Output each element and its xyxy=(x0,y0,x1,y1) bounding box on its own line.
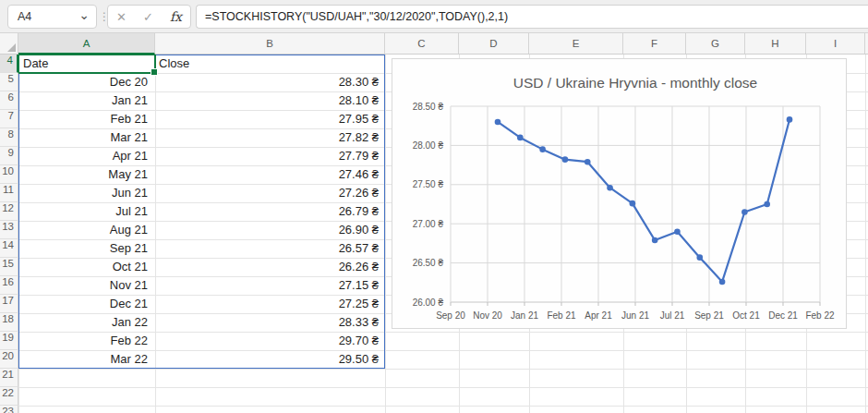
row-header-8[interactable]: 8 xyxy=(0,128,18,147)
chevron-down-icon[interactable]: ⌄ xyxy=(78,4,90,26)
cell-date-row10[interactable]: May 21 xyxy=(18,165,155,184)
row-header-20[interactable]: 20 xyxy=(0,350,18,369)
data-point-marker[interactable] xyxy=(764,201,770,208)
cell-b4[interactable]: Close xyxy=(156,55,384,73)
x-axis-tick-label: Feb 22 xyxy=(805,310,835,321)
select-all-corner[interactable] xyxy=(0,33,18,54)
row-header-12[interactable]: 12 xyxy=(0,202,18,221)
cell-date-row12[interactable]: Jul 21 xyxy=(18,202,155,221)
row-header-4[interactable]: 4 xyxy=(0,55,18,73)
data-point-marker[interactable] xyxy=(787,116,793,123)
gridline-vertical xyxy=(865,55,866,413)
cell-date-row17[interactable]: Dec 21 xyxy=(18,295,155,313)
cell-date-row20[interactable]: Mar 22 xyxy=(18,350,155,369)
column-header-i[interactable]: I xyxy=(806,33,865,54)
cell-date-row19[interactable]: Feb 22 xyxy=(18,332,155,350)
enter-icon[interactable]: ✓ xyxy=(143,10,153,24)
row-header-15[interactable]: 15 xyxy=(0,258,18,276)
column-header-b[interactable]: B xyxy=(155,33,385,54)
cell-date-row5[interactable]: Dec 20 xyxy=(18,73,155,91)
row-header-11[interactable]: 11 xyxy=(0,184,18,202)
column-header-bar: ABCDEFGHI xyxy=(0,33,868,55)
selected-cell-border xyxy=(18,54,156,74)
cell-close-row13[interactable]: 26.90 ₴ xyxy=(155,221,385,239)
cancel-icon[interactable]: ✕ xyxy=(116,10,127,24)
chart-title: USD / Ukraine Hryvnia - monthly close xyxy=(513,75,757,91)
cell-date-row15[interactable]: Oct 21 xyxy=(18,258,155,276)
row-header-18[interactable]: 18 xyxy=(0,313,18,332)
cell-close-row19[interactable]: 29.70 ₴ xyxy=(155,332,385,350)
column-header-h[interactable]: H xyxy=(745,33,806,54)
x-axis-tick-label: Oct 21 xyxy=(732,310,760,321)
gridline-vertical xyxy=(385,55,386,413)
spreadsheet-grid[interactable]: ABCDEFGHI USD / Ukraine Hryvnia - monthl… xyxy=(0,33,868,413)
row-header-16[interactable]: 16 xyxy=(0,276,18,295)
cell-close-row16[interactable]: 27.15 ₴ xyxy=(155,276,385,295)
cell-close-row6[interactable]: 28.10 ₴ xyxy=(155,91,385,110)
cell-close-row14[interactable]: 26.57 ₴ xyxy=(155,239,385,258)
row-header-13[interactable]: 13 xyxy=(0,221,18,239)
column-header-f[interactable]: F xyxy=(623,33,686,54)
y-axis-tick-label: 27.50 ₴ xyxy=(413,179,444,189)
cell-close-row7[interactable]: 27.95 ₴ xyxy=(155,110,385,128)
data-point-marker[interactable] xyxy=(607,185,613,191)
data-point-marker[interactable] xyxy=(652,237,658,244)
row-header-7[interactable]: 7 xyxy=(0,110,18,128)
data-point-marker[interactable] xyxy=(585,159,591,165)
data-point-marker[interactable] xyxy=(562,156,569,163)
insert-function-icon[interactable]: fx xyxy=(170,9,182,24)
data-point-marker[interactable] xyxy=(630,200,636,207)
cell-date-row7[interactable]: Feb 21 xyxy=(18,110,155,128)
cell-close-row18[interactable]: 28.33 ₴ xyxy=(155,313,385,332)
row-header-9[interactable]: 9 xyxy=(0,147,18,165)
row-header-14[interactable]: 14 xyxy=(0,239,18,258)
cell-close-row20[interactable]: 29.50 ₴ xyxy=(155,350,385,369)
formula-buttons: ✕ ✓ fx xyxy=(107,5,191,29)
cell-close-row17[interactable]: 27.25 ₴ xyxy=(155,295,385,313)
column-header-e[interactable]: E xyxy=(529,33,623,54)
cell-close-row11[interactable]: 27.26 ₴ xyxy=(155,184,385,202)
x-axis-tick-label: Jan 21 xyxy=(511,310,538,321)
data-point-marker[interactable] xyxy=(495,119,501,126)
row-header-17[interactable]: 17 xyxy=(0,295,18,313)
cell-close-row10[interactable]: 27.46 ₴ xyxy=(155,165,385,184)
cell-date-row18[interactable]: Jan 22 xyxy=(18,313,155,332)
row-header-10[interactable]: 10 xyxy=(0,165,18,184)
column-header-d[interactable]: D xyxy=(459,33,529,54)
cell-date-row14[interactable]: Sep 21 xyxy=(18,239,155,258)
row-header-22[interactable]: 22 xyxy=(0,387,18,406)
column-header-c[interactable]: C xyxy=(385,33,459,54)
cell-close-row9[interactable]: 27.79 ₴ xyxy=(155,147,385,165)
column-header-a[interactable]: A xyxy=(18,33,155,55)
row-header-23[interactable]: 23 xyxy=(0,406,18,413)
data-point-marker[interactable] xyxy=(741,209,748,215)
cell-date-row11[interactable]: Jun 21 xyxy=(18,184,155,202)
cell-date-row9[interactable]: Apr 21 xyxy=(18,147,155,165)
row-header-6[interactable]: 6 xyxy=(0,91,18,110)
cell-date-row8[interactable]: Mar 21 xyxy=(18,128,155,147)
data-point-marker[interactable] xyxy=(696,254,703,261)
column-header-g[interactable]: G xyxy=(686,33,745,54)
cell-close-row5[interactable]: 28.30 ₴ xyxy=(155,73,385,91)
cell-date-row16[interactable]: Nov 21 xyxy=(18,276,155,295)
row-header-19[interactable]: 19 xyxy=(0,332,18,350)
row-header-5[interactable]: 5 xyxy=(0,73,18,91)
row-header-21[interactable]: 21 xyxy=(0,369,18,387)
formula-input[interactable]: =STOCKHISTORY("USD/UAH","30/12/2020",TOD… xyxy=(196,5,868,29)
fill-handle[interactable] xyxy=(151,68,158,76)
cell-close-row12[interactable]: 26.79 ₴ xyxy=(155,202,385,221)
formula-bar: A4 ⌄ ⋮ ✕ ✓ fx =STOCKHISTORY("USD/UAH","3… xyxy=(0,0,868,33)
data-point-marker[interactable] xyxy=(674,228,681,235)
cell-close-row8[interactable]: 27.82 ₴ xyxy=(155,128,385,147)
cell-close-row15[interactable]: 26.26 ₴ xyxy=(155,258,385,276)
cell-date-row13[interactable]: Aug 21 xyxy=(18,221,155,239)
y-axis-tick-label: 28.00 ₴ xyxy=(413,140,444,151)
cell-date-row6[interactable]: Jan 21 xyxy=(18,91,155,110)
name-box[interactable]: A4 ⌄ xyxy=(7,5,97,29)
x-axis-tick-label: Nov 20 xyxy=(473,310,502,321)
data-point-marker[interactable] xyxy=(719,279,726,285)
data-point-marker[interactable] xyxy=(539,146,546,152)
data-point-marker[interactable] xyxy=(517,135,524,141)
chart[interactable]: USD / Ukraine Hryvnia - monthly close26.… xyxy=(392,58,847,329)
x-axis-tick-label: Dec 21 xyxy=(768,310,798,321)
